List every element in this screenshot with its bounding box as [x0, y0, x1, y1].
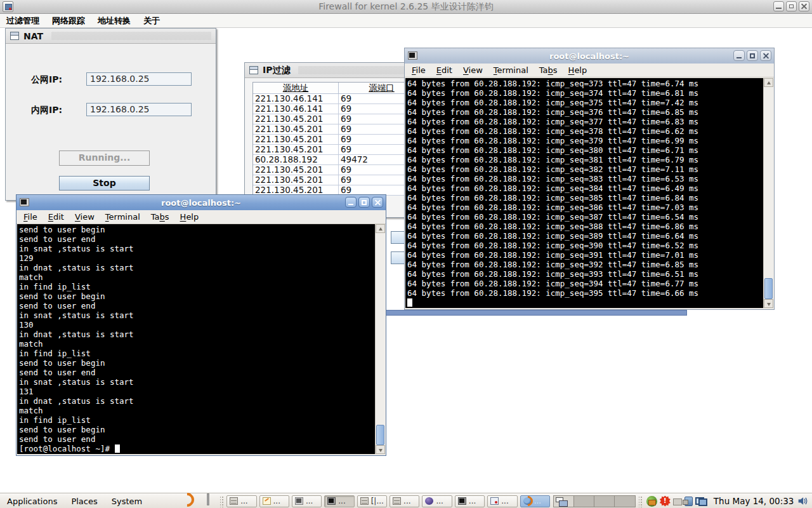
- ip-filter-table: 源地址 源端口 221.130.46.141 69 221.130.46.141…: [252, 82, 425, 196]
- taskbar-window-button[interactable]: ...: [455, 495, 485, 507]
- system-menu[interactable]: System: [105, 494, 149, 508]
- workspace-4[interactable]: [615, 496, 635, 507]
- workspace-2[interactable]: [574, 496, 594, 507]
- taskbar-window-button[interactable]: ...: [422, 495, 452, 507]
- network-computers-icon[interactable]: [695, 496, 707, 507]
- minimize-icon[interactable]: [733, 50, 745, 61]
- input-indicator-icon[interactable]: [673, 498, 682, 505]
- terminal-screen[interactable]: 64 bytes from 60.28.188.192: icmp_seq=37…: [405, 78, 763, 308]
- nat-window-titlebar[interactable]: NAT: [6, 29, 216, 44]
- workspace-switcher[interactable]: [553, 495, 636, 507]
- cell-source-address[interactable]: 221.130.45.201: [253, 114, 339, 124]
- taskbar-window-button[interactable]: ...: [520, 495, 550, 507]
- text-cursor: [115, 444, 120, 453]
- terminal-line: in dnat ,status is start: [19, 330, 375, 339]
- cell-source-address[interactable]: 221.130.46.141: [253, 104, 339, 114]
- scroll-up-icon[interactable]: [764, 78, 773, 87]
- close-icon[interactable]: [372, 197, 383, 208]
- places-menu[interactable]: Places: [64, 494, 104, 508]
- terminal-icon: [458, 497, 466, 505]
- taskbar-window-button[interactable]: ...: [226, 495, 256, 507]
- menu-view[interactable]: View: [463, 65, 483, 75]
- main-window-titlebar[interactable]: Firewall for kernel 2.6.25 毕业设计陈洋钧: [0, 0, 812, 14]
- menu-file[interactable]: File: [23, 212, 37, 222]
- cell-source-address[interactable]: 221.130.45.201: [253, 175, 339, 185]
- scrollbar-thumb[interactable]: [376, 425, 384, 445]
- cell-source-address[interactable]: 221.130.45.201: [253, 145, 339, 155]
- column-header-source-address[interactable]: 源地址: [253, 83, 339, 94]
- menu-tabs[interactable]: Tabs: [151, 212, 169, 222]
- terminal-line: 64 bytes from 60.28.188.192: icmp_seq=39…: [407, 250, 763, 260]
- close-icon[interactable]: [760, 50, 771, 61]
- terminal-titlebar[interactable]: root@localhost:~: [405, 48, 774, 64]
- menu-about[interactable]: 关于: [143, 15, 160, 27]
- cell-source-address[interactable]: 221.130.46.141: [253, 94, 339, 104]
- maximize-icon[interactable]: [786, 1, 797, 11]
- terminal-title: root@localhost:~: [161, 198, 241, 208]
- menu-terminal[interactable]: Terminal: [105, 212, 140, 222]
- file-manager-icon: [393, 497, 401, 505]
- terminal-titlebar[interactable]: root@localhost:~: [16, 195, 386, 210]
- terminal-menubar: File Edit View Terminal Tabs Help: [405, 64, 774, 77]
- terminal-line: in snat ,status is start: [19, 311, 375, 320]
- terminal-line: in snat ,status is start: [19, 244, 375, 253]
- taskbar-window-button[interactable]: ...: [292, 495, 322, 507]
- terminal-screen[interactable]: send to user beginsend to user endin sna…: [17, 224, 375, 454]
- minimize-icon[interactable]: [345, 197, 357, 208]
- taskbar-window-button[interactable]: ...: [487, 495, 517, 507]
- applications-menu[interactable]: Applications: [0, 494, 64, 508]
- terminal-prompt-line: [root@localhost ~]#: [19, 444, 375, 453]
- menu-view[interactable]: View: [75, 212, 95, 222]
- menu-help[interactable]: Help: [568, 65, 587, 75]
- terminal-scrollbar[interactable]: [763, 78, 773, 308]
- cell-source-address[interactable]: 60.28.188.192: [253, 155, 339, 165]
- workspace-3[interactable]: [594, 496, 615, 507]
- maximize-icon[interactable]: [747, 50, 758, 61]
- scrollbar-thumb[interactable]: [764, 278, 773, 299]
- private-ip-field[interactable]: 192.168.0.25: [86, 103, 192, 116]
- cell-source-address[interactable]: 221.130.45.201: [253, 124, 339, 135]
- terminal-line: 131: [19, 387, 375, 396]
- clock[interactable]: Thu May 14, 00:33: [714, 496, 794, 506]
- close-icon[interactable]: [799, 1, 809, 11]
- cell-source-address[interactable]: 221.130.45.201: [253, 165, 339, 175]
- nat-window: NAT 公网IP: 192.168.0.25 内网IP: 192.168.0.2…: [5, 28, 216, 201]
- scroll-up-icon[interactable]: [376, 224, 385, 233]
- terminal-line: 64 bytes from 60.28.188.192: icmp_seq=38…: [407, 174, 763, 184]
- menu-address-translation[interactable]: 地址转换: [98, 15, 131, 27]
- menu-help[interactable]: Help: [180, 212, 199, 222]
- menu-network-trace[interactable]: 网络跟踪: [52, 15, 85, 27]
- terminal-line: 64 bytes from 60.28.188.192: icmp_seq=39…: [407, 269, 763, 279]
- minimize-icon[interactable]: [773, 1, 784, 11]
- taskbar-window-button[interactable]: ...: [324, 495, 354, 507]
- network-device-icon[interactable]: [684, 497, 693, 506]
- stop-button[interactable]: Stop: [59, 176, 150, 190]
- public-ip-field[interactable]: 192.168.0.25: [86, 72, 192, 86]
- terminal-line: match: [19, 406, 375, 415]
- selinux-alert-icon[interactable]: [660, 496, 671, 507]
- menu-edit[interactable]: Edit: [436, 65, 452, 75]
- taskbar-window-button[interactable]: ...: [390, 495, 419, 507]
- terminal-launcher-icon[interactable]: [207, 495, 218, 507]
- terminal-line: 129: [19, 253, 375, 263]
- terminal-scrollbar[interactable]: [375, 224, 385, 454]
- menu-tabs[interactable]: Tabs: [539, 65, 558, 75]
- cell-source-address[interactable]: 221.130.45.201: [253, 135, 339, 145]
- terminal-line: 64 bytes from 60.28.188.192: icmp_seq=37…: [407, 126, 763, 136]
- panel-separator: [220, 495, 224, 507]
- workspace-1[interactable]: [554, 496, 574, 507]
- software-updater-icon[interactable]: [646, 496, 657, 507]
- scroll-down-icon[interactable]: [376, 445, 385, 454]
- scroll-down-icon[interactable]: [764, 299, 773, 308]
- menu-terminal[interactable]: Terminal: [494, 65, 528, 75]
- panel-separator: [639, 495, 643, 507]
- menu-edit[interactable]: Edit: [48, 212, 64, 222]
- maximize-icon[interactable]: [358, 197, 370, 208]
- taskbar-window-button[interactable]: [|...: [357, 495, 387, 507]
- firefox-launcher-icon[interactable]: [192, 495, 203, 507]
- volume-icon[interactable]: [797, 495, 808, 507]
- taskbar-window-button[interactable]: ...: [259, 495, 289, 507]
- menu-filter-management[interactable]: 过滤管理: [6, 15, 39, 27]
- menu-file[interactable]: File: [412, 65, 426, 75]
- terminal-line: send to user end: [19, 234, 375, 244]
